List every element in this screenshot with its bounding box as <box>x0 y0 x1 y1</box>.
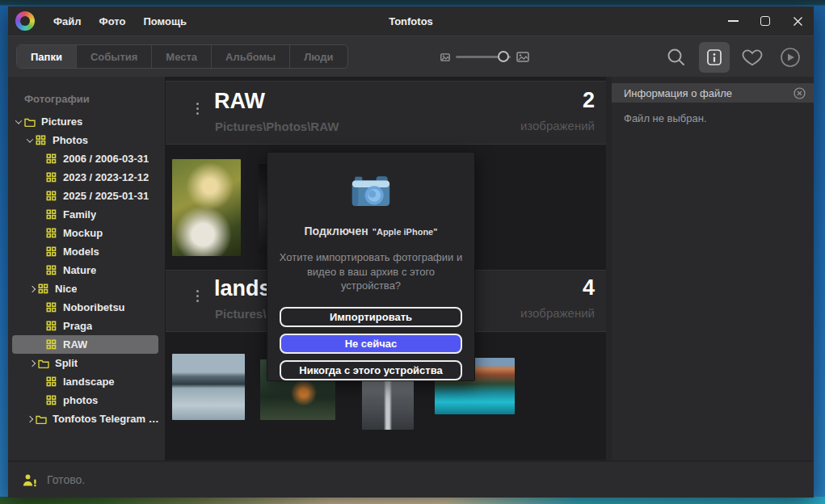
tab-albums[interactable]: Альбомы <box>212 45 290 68</box>
dialog-title-prefix: Подключен <box>305 225 368 237</box>
dialog-buttons: Импортировать Не сейчас Никогда с этого … <box>280 307 462 380</box>
section-count-label: изображений <box>520 119 595 132</box>
play-icon <box>779 46 802 69</box>
toolbar: Папки События Места Альбомы Люди <box>8 36 814 77</box>
expand-chevron[interactable] <box>27 287 37 292</box>
minimize-button[interactable] <box>717 6 749 36</box>
never-from-device-button[interactable]: Никогда с этого устройства <box>280 360 462 380</box>
sidebar-item-tonfotos-telegram[interactable]: Tonfotos Telegram C… <box>8 410 165 428</box>
section-header-raw: RAW Pictures\Photos\RAW 2 изображений <box>166 81 606 145</box>
sidebar-item-noboribetsu[interactable]: Noboribetsu <box>8 298 165 317</box>
album-grid-icon <box>38 284 50 294</box>
sidebar-item-landscape[interactable]: landscape <box>8 372 165 391</box>
toolbar-actions <box>661 36 806 78</box>
panel-divider <box>606 77 612 460</box>
close-button[interactable] <box>781 6 814 36</box>
album-grid-icon <box>46 153 58 164</box>
menu-photo[interactable]: Фото <box>92 12 133 31</box>
sidebar-item-nice[interactable]: Nice <box>8 279 165 298</box>
dialog-message: Хотите импортировать фотографии и видео … <box>276 250 465 293</box>
sidebar-item-models[interactable]: Models <box>8 242 165 261</box>
app-logo-icon <box>15 11 35 31</box>
section-path: Pictures\Photos\RAW <box>215 120 339 133</box>
thumbnail-small-icon <box>440 53 450 61</box>
file-info-empty-text: Файл не выбран. <box>612 103 814 134</box>
sidebar-item-photos-lower[interactable]: photos <box>8 391 165 410</box>
camera-icon <box>347 175 394 208</box>
menu-help[interactable]: Помощь <box>136 12 193 31</box>
expand-chevron[interactable] <box>27 361 37 366</box>
sidebar-item-label: 2006 / 2006-03-31 <box>63 153 149 165</box>
sidebar-item-2006[interactable]: 2006 / 2006-03-31 <box>8 149 165 168</box>
close-icon <box>793 16 803 27</box>
sidebar-item-label: 2025 / 2025-01-31 <box>63 190 149 202</box>
sidebar-item-pictures[interactable]: Pictures <box>8 112 165 131</box>
folder-icon <box>24 117 36 127</box>
thumbnail-size-control <box>440 36 529 78</box>
maximize-icon <box>760 16 770 26</box>
sidebar-item-2025[interactable]: 2025 / 2025-01-31 <box>8 187 165 205</box>
file-info-toggle-button[interactable] <box>699 42 730 73</box>
folder-tree-sidebar: Фотографии Pictures Photos 2006 / 2006-0… <box>8 77 166 460</box>
folder-tree: Pictures Photos 2006 / 2006-03-31 2023 /… <box>8 112 165 428</box>
tab-people[interactable]: Люди <box>290 45 347 68</box>
sidebar-item-label: Praga <box>63 320 92 332</box>
info-icon <box>705 48 723 67</box>
caption-buttons <box>717 6 814 36</box>
expand-chevron[interactable] <box>13 120 23 124</box>
file-info-header: Информация о файле <box>612 83 814 103</box>
photo-thumbnail-mountain-lake[interactable] <box>172 354 245 420</box>
person-alert-icon[interactable] <box>23 473 37 487</box>
sidebar-item-label: Photos <box>53 134 88 146</box>
sidebar-item-label: 2023 / 2023-12-12 <box>63 171 149 183</box>
status-text: Готово. <box>47 473 85 486</box>
tab-events[interactable]: События <box>77 45 152 68</box>
thumbnail-size-slider[interactable] <box>456 56 511 58</box>
album-grid-icon <box>36 135 48 145</box>
slideshow-button[interactable] <box>775 42 806 73</box>
maximize-button[interactable] <box>749 6 781 36</box>
app-logo-hole <box>20 16 30 26</box>
sidebar-item-label: Models <box>63 246 99 258</box>
sidebar-item-label: Mockup <box>63 227 103 239</box>
section-menu-button[interactable] <box>196 290 199 302</box>
expand-chevron[interactable] <box>24 138 35 143</box>
slider-handle[interactable] <box>498 51 509 62</box>
album-grid-icon <box>46 209 58 220</box>
sidebar-item-photos[interactable]: Photos <box>8 131 165 149</box>
folder-icon <box>38 359 50 368</box>
favorites-button[interactable] <box>737 42 768 73</box>
dialog-device-name: "Apple iPhone" <box>373 227 438 237</box>
file-info-panel: Информация о файле Файл не выбран. <box>612 77 814 460</box>
not-now-button[interactable]: Не сейчас <box>280 334 462 354</box>
sidebar-item-label: Family <box>63 208 96 220</box>
expand-chevron[interactable] <box>24 417 35 422</box>
panel-close-icon[interactable] <box>793 87 806 99</box>
import-button[interactable]: Импортировать <box>280 307 462 327</box>
album-grid-icon <box>46 395 58 405</box>
sidebar-item-label: landscape <box>63 376 115 388</box>
menu-file[interactable]: Файл <box>46 12 89 31</box>
section-count: 4 <box>583 275 595 300</box>
titlebar: Файл Фото Помощь Tonfotos <box>8 6 814 36</box>
sidebar-item-label: Nice <box>55 283 77 295</box>
sidebar-item-2023[interactable]: 2023 / 2023-12-12 <box>8 168 165 187</box>
album-grid-icon <box>46 302 58 313</box>
album-grid-icon <box>46 321 58 331</box>
tab-folders[interactable]: Папки <box>17 45 77 68</box>
sidebar-item-nature[interactable]: Nature <box>8 261 165 279</box>
photo-thumbnail-bride[interactable] <box>172 159 241 256</box>
sidebar-item-family[interactable]: Family <box>8 205 165 224</box>
sidebar-item-split[interactable]: Split <box>8 354 165 372</box>
album-grid-icon <box>46 265 58 275</box>
sidebar-item-praga[interactable]: Praga <box>8 317 165 335</box>
sidebar-item-raw[interactable]: RAW <box>12 335 158 354</box>
thumbnail-large-icon <box>516 52 529 62</box>
section-count-label: изображений <box>520 306 595 320</box>
search-button[interactable] <box>661 42 692 73</box>
tab-places[interactable]: Места <box>152 45 212 68</box>
sidebar-item-mockup[interactable]: Mockup <box>8 224 165 242</box>
album-grid-icon <box>46 339 58 350</box>
section-menu-button[interactable] <box>196 103 199 115</box>
dialog-title: Подключен "Apple iPhone" <box>305 225 438 237</box>
